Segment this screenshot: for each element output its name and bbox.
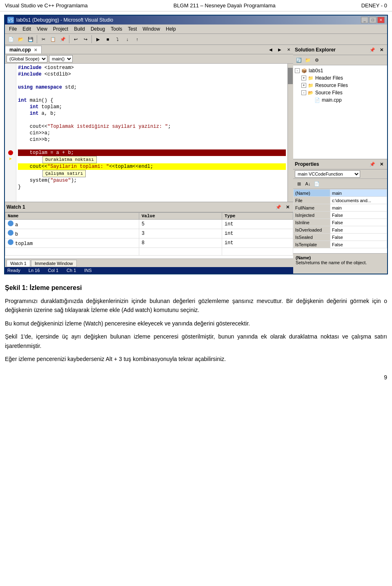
se-close-button[interactable]: ✕ xyxy=(377,46,385,54)
prop-close-button[interactable]: ✕ xyxy=(377,160,385,168)
tree-resource-files[interactable]: + 📁 Resource Files xyxy=(293,82,387,89)
prop-row-fullname[interactable]: FullName main xyxy=(294,204,387,212)
toolbar-step-into[interactable]: ↓ xyxy=(123,35,132,44)
toolbar-save[interactable]: 💾 xyxy=(26,35,35,44)
toolbar-sep1 xyxy=(37,35,37,43)
prop-row-isoverloaded[interactable]: IsOverloaded False xyxy=(294,226,387,234)
toolbar-step-over[interactable]: ⤵ xyxy=(113,35,122,44)
breakpoint-tooltip-text: Duraklatma noktası xyxy=(42,156,97,163)
menu-edit[interactable]: Edit xyxy=(20,25,33,33)
se-btn-1[interactable]: 🔄 xyxy=(295,56,303,64)
code-line-6: int main() { xyxy=(18,97,286,104)
menu-tools[interactable]: Tools xyxy=(108,25,125,33)
code-editor[interactable]: #include <iostream> #include <cstdlib> u… xyxy=(16,64,287,202)
toolbar-undo[interactable]: ↩ xyxy=(71,35,80,44)
menu-help[interactable]: Help xyxy=(163,25,178,33)
properties-table[interactable]: (Name) main File c:\documents and... Ful… xyxy=(293,189,387,253)
watch-table[interactable]: Name Value Type a 5 int xyxy=(5,212,293,258)
se-btn-2[interactable]: 📁 xyxy=(304,56,312,64)
prop-row-file[interactable]: File c:\documents and... xyxy=(294,197,387,204)
prop-row-issealed[interactable]: IsSealed False xyxy=(294,234,387,241)
prop-view-toolbar: ⊞ A↓ 📄 xyxy=(293,179,387,189)
toolbar-debug-stop[interactable]: ■ xyxy=(103,35,112,44)
scope-right-select[interactable]: main() xyxy=(49,55,73,62)
watch-tab-immediate[interactable]: Immediate Window xyxy=(31,260,77,267)
solution-explorer-title: Solution Explorer 📌 ✕ xyxy=(293,45,387,55)
tree-source-files[interactable]: - 📂 Source Files xyxy=(293,89,387,96)
editor-tab-maincpp[interactable]: main.cpp ✕ xyxy=(5,46,42,53)
watch-panel-title: Watch 1 📌 ✕ xyxy=(5,202,293,212)
toolbar-open[interactable]: 📂 xyxy=(16,35,25,44)
solution-tree[interactable]: - 📦 lab0s1 + 📁 Header Files + xyxy=(293,65,387,159)
minimize-button[interactable]: _ xyxy=(361,17,368,23)
menu-project[interactable]: Project xyxy=(51,25,71,33)
breakpoint-marker xyxy=(8,150,13,155)
watch-empty-row[interactable] xyxy=(5,248,293,256)
maximize-button[interactable]: □ xyxy=(369,17,376,23)
watch-panel-controls: 📌 ✕ xyxy=(274,203,292,211)
code-line-3 xyxy=(18,78,286,84)
vs-main-area: main.cpp ✕ ◀ ▶ ✕ (Global Scope) main() xyxy=(5,45,387,274)
toolbar-redo[interactable]: ↪ xyxy=(81,35,90,44)
editor-scrollbar[interactable] xyxy=(287,64,293,202)
watch-var-icon-toplam xyxy=(8,239,13,245)
toolbar-paste[interactable]: 📌 xyxy=(58,35,67,44)
tab-close-all[interactable]: ✕ xyxy=(284,45,293,54)
menu-debug[interactable]: Debug xyxy=(88,25,107,33)
editor-scope-toolbar: (Global Scope) main() xyxy=(5,54,293,64)
code-area[interactable]: ➤ #include <iostream> #include <cstdlib>… xyxy=(5,64,293,202)
source-files-expand-icon[interactable]: - xyxy=(301,90,306,95)
toolbar-step-out[interactable]: ↑ xyxy=(133,35,142,44)
menu-window[interactable]: Window xyxy=(140,25,163,33)
prop-pages-btn[interactable]: 📄 xyxy=(313,180,321,188)
watch-row-a[interactable]: a 5 int xyxy=(5,220,293,229)
prop-desc-text: Sets/returns the name of the object. xyxy=(296,260,385,265)
resource-files-folder-icon: 📁 xyxy=(307,82,314,89)
prop-row-isinjected[interactable]: IsInjected False xyxy=(294,212,387,219)
prop-categorized-btn[interactable]: ⊞ xyxy=(295,180,303,188)
close-button[interactable]: ✕ xyxy=(377,17,385,23)
se-pin-button[interactable]: 📌 xyxy=(368,46,376,54)
tab-close-icon[interactable]: ✕ xyxy=(34,48,37,52)
project-expand-icon[interactable]: - xyxy=(295,68,300,73)
prop-row-istemplate[interactable]: IsTemplate False xyxy=(294,241,387,248)
tree-main-cpp[interactable]: 📄 main.cpp xyxy=(293,96,387,104)
resource-files-expand-icon[interactable]: + xyxy=(301,83,306,88)
menu-test[interactable]: Test xyxy=(125,25,139,33)
code-line-9 xyxy=(18,117,286,123)
solution-explorer-toolbar: 🔄 📁 ⚙ xyxy=(293,55,387,65)
project-icon: 📦 xyxy=(301,67,307,74)
menu-build[interactable]: Build xyxy=(71,25,87,33)
properties-controls: 📌 ✕ xyxy=(368,160,385,168)
vs-toolbar: 📄 📂 💾 ✂ 📋 📌 ↩ ↪ ▶ ■ ⤵ ↓ ↑ xyxy=(5,34,387,45)
prop-row-isinline[interactable]: IsInline False xyxy=(294,219,387,226)
menu-view[interactable]: View xyxy=(34,25,50,33)
watch-close-button[interactable]: ✕ xyxy=(283,203,292,211)
prop-row-name[interactable]: (Name) main xyxy=(294,189,387,197)
scrollbar-thumb[interactable] xyxy=(288,68,293,84)
prop-pin-button[interactable]: 📌 xyxy=(368,160,376,168)
tab-nav-right[interactable]: ▶ xyxy=(275,45,284,54)
scope-left-select[interactable]: (Global Scope) xyxy=(7,55,47,62)
toolbar-copy[interactable]: 📋 xyxy=(49,35,58,44)
toolbar-debug-start[interactable]: ▶ xyxy=(94,35,102,44)
toolbar-cut[interactable]: ✂ xyxy=(39,35,48,44)
menu-file[interactable]: File xyxy=(7,25,19,33)
watch-row-toplam[interactable]: toplam 8 int xyxy=(5,238,293,248)
code-line-7: int toplam; xyxy=(18,104,286,110)
watch-pin-button[interactable]: 📌 xyxy=(274,203,283,211)
properties-object-select[interactable]: main VCCodeFunction xyxy=(295,170,360,178)
tab-nav-left[interactable]: ◀ xyxy=(266,45,275,54)
prop-alphabetical-btn[interactable]: A↓ xyxy=(304,180,312,188)
toolbar-new[interactable]: 📄 xyxy=(7,35,16,44)
tree-project[interactable]: - 📦 lab0s1 xyxy=(293,67,387,74)
header-files-expand-icon[interactable]: + xyxy=(301,76,306,80)
watch-tab-1[interactable]: Watch 1 xyxy=(7,260,30,267)
code-line-5 xyxy=(18,91,286,97)
se-btn-3[interactable]: ⚙ xyxy=(313,56,321,64)
code-gutter: ➤ xyxy=(5,64,16,202)
watch-row-b[interactable]: b 3 int xyxy=(5,229,293,238)
page-header: Visual Studio ve C++ Programlama BLGM 21… xyxy=(0,0,392,11)
caption-title: Şekil 1: İzleme penceresi xyxy=(5,284,387,292)
tree-header-files[interactable]: + 📁 Header Files xyxy=(293,74,387,82)
